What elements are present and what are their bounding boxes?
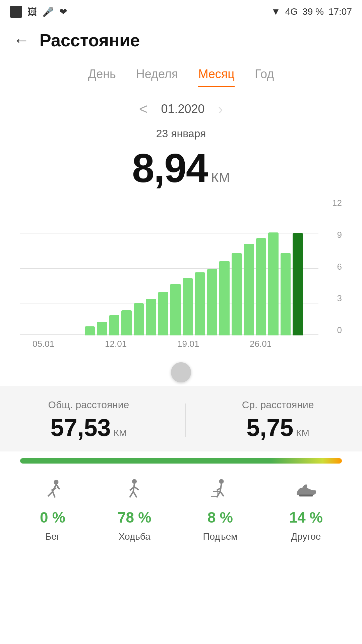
run-svg	[41, 479, 64, 502]
activity-run: 0 % Бег	[39, 477, 66, 542]
svg-line-2	[48, 492, 53, 496]
other-percent: 14 %	[289, 509, 323, 526]
status-right: ▼ 4G 39 % 17:07	[271, 6, 352, 17]
avg-distance-block: Ср. расстояние 5,75 км	[242, 399, 314, 441]
back-button[interactable]: ←	[13, 32, 29, 48]
heart-icon: ❤	[59, 6, 67, 17]
svg-line-10	[133, 492, 137, 498]
chart-container: 12 9 6 3 0	[0, 198, 362, 339]
tab-month[interactable]: Месяц	[198, 67, 235, 87]
run-icon	[39, 477, 66, 504]
bar-16[interactable]	[219, 261, 230, 335]
bar-wrapper-2	[48, 198, 58, 335]
bar-21[interactable]	[281, 253, 291, 335]
activities-section: 0 % Бег 78 % Ходьба	[0, 464, 362, 562]
bar-5[interactable]	[85, 326, 95, 335]
scroll-indicator[interactable]	[0, 359, 362, 382]
y-label-3: 3	[322, 293, 342, 304]
mic-icon: 🎤	[42, 6, 54, 17]
svg-point-0	[54, 480, 59, 485]
svg-line-5	[57, 487, 60, 489]
tab-day[interactable]: День	[88, 67, 116, 87]
svg-rect-21	[299, 495, 313, 497]
y-label-0: 0	[322, 325, 342, 335]
date-label-3: 26.01	[250, 339, 272, 349]
prev-date-button[interactable]: <	[139, 101, 148, 117]
avg-distance-unit: км	[296, 428, 309, 438]
walk-label: Ходьба	[119, 531, 150, 542]
shoe-icon	[293, 477, 319, 504]
bar-17[interactable]	[232, 253, 242, 335]
signal-icon: ▼	[271, 6, 281, 17]
bar-wrapper-21	[281, 198, 291, 335]
bar-19[interactable]	[256, 238, 266, 335]
app-icon	[10, 6, 22, 18]
svg-point-13	[219, 479, 224, 484]
svg-point-7	[132, 479, 137, 484]
date-label-2: 19.01	[177, 339, 199, 349]
main-value-display: 8,94 км	[0, 142, 362, 198]
walk-percent: 78 %	[118, 509, 151, 526]
bar-wrapper-9	[134, 198, 144, 335]
svg-line-3	[53, 492, 55, 498]
date-navigation: < 01.2020 ›	[0, 91, 362, 121]
bar-8[interactable]	[121, 310, 132, 335]
shoe-svg	[294, 479, 318, 502]
date-label-0: 05.01	[33, 339, 54, 349]
bar-13[interactable]	[183, 278, 193, 335]
other-label: Другое	[291, 531, 321, 542]
bar-9[interactable]	[134, 303, 144, 335]
avg-distance-value-row: 5,75 км	[246, 414, 309, 441]
header: ← Расстояние	[0, 23, 362, 60]
total-distance-label: Общ. расстояние	[48, 399, 129, 411]
total-distance-value: 57,53	[50, 414, 111, 441]
activity-walk: 78 % Ходьба	[118, 477, 151, 542]
bar-11[interactable]	[158, 292, 169, 335]
bar-wrapper-13	[183, 198, 193, 335]
bar-wrapper-17	[232, 198, 242, 335]
bar-wrapper-18	[244, 198, 254, 335]
bar-wrapper-14	[195, 198, 205, 335]
bar-20[interactable]	[268, 232, 279, 336]
climb-icon	[207, 477, 234, 504]
bar-15[interactable]	[207, 269, 218, 335]
bar-wrapper-11	[158, 198, 169, 335]
walk-svg	[123, 479, 146, 502]
bar-wrapper-5	[85, 198, 95, 335]
tab-year[interactable]: Год	[255, 67, 274, 87]
total-distance-value-row: 57,53 км	[50, 414, 127, 441]
total-distance-block: Общ. расстояние 57,53 км	[48, 399, 129, 441]
y-axis: 12 9 6 3 0	[322, 198, 342, 339]
activity-other: 14 % Другое	[289, 477, 323, 542]
bar-7[interactable]	[109, 315, 120, 336]
bar-wrapper-15	[207, 198, 218, 335]
climb-svg	[208, 479, 232, 502]
bar-wrapper-8	[121, 198, 132, 335]
network-label: 4G	[285, 6, 298, 17]
svg-line-12	[134, 487, 139, 490]
total-distance-unit: км	[114, 428, 127, 438]
tab-bar: День Неделя Месяц Год	[0, 60, 362, 91]
bar-12[interactable]	[170, 284, 181, 335]
bars-area	[20, 198, 318, 335]
bar-10[interactable]	[146, 299, 156, 335]
bar-14[interactable]	[195, 272, 205, 335]
time-label: 17:07	[328, 6, 352, 17]
bar-22[interactable]	[293, 233, 303, 335]
date-labels: 05.0112.0119.0126.01	[0, 339, 362, 359]
distance-value: 8,94	[132, 145, 208, 191]
bar-wrapper-3	[60, 198, 71, 335]
status-icons: 🖼 🎤 ❤	[10, 6, 67, 18]
chart-inner: 12 9 6 3 0	[20, 198, 342, 339]
next-date-button[interactable]: ›	[218, 101, 223, 117]
scroll-thumb[interactable]	[171, 362, 191, 382]
bar-18[interactable]	[244, 244, 254, 335]
bar-wrapper-19	[256, 198, 266, 335]
activity-progress-bar	[20, 458, 342, 464]
stats-section: Общ. расстояние 57,53 км Ср. расстояние …	[0, 386, 362, 451]
status-bar: 🖼 🎤 ❤ ▼ 4G 39 % 17:07	[0, 0, 362, 23]
selected-date-label: 23 января	[0, 121, 362, 142]
tab-week[interactable]: Неделя	[136, 67, 178, 87]
bar-wrapper-6	[97, 198, 107, 335]
bar-6[interactable]	[97, 322, 107, 335]
